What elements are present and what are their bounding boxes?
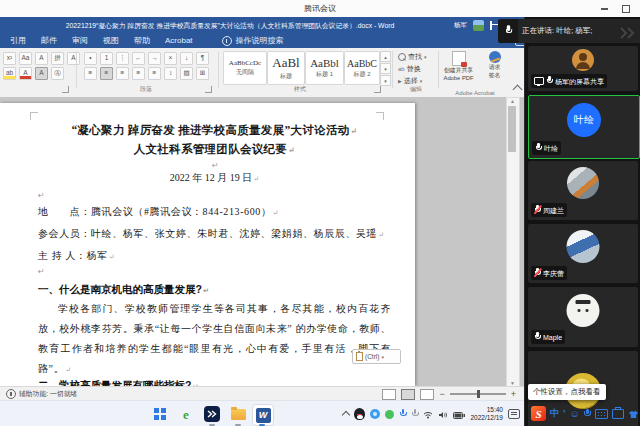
input-mode-toggle[interactable]: 中 — [550, 409, 559, 418]
style-heading2[interactable]: AaBbC 标题 2 — [344, 51, 380, 85]
text-effects-icon[interactable] — [35, 52, 48, 65]
change-case-icon[interactable] — [19, 52, 32, 65]
tab-view[interactable]: 视图 — [103, 35, 119, 46]
tell-me-search[interactable]: 操作说明搜索 — [222, 35, 284, 46]
volume-icon[interactable] — [438, 405, 448, 423]
browser-tray-icon[interactable] — [370, 409, 380, 419]
styles-gallery-scroll — [380, 51, 391, 86]
styles-group-label: 样式 — [250, 85, 350, 94]
participant-tile[interactable]: 周建兰 — [528, 161, 638, 220]
accessibility-icon — [6, 389, 16, 399]
zoom-slider-thumb[interactable] — [477, 390, 480, 398]
justify-icon[interactable] — [132, 67, 145, 80]
create-share-pdf-button[interactable]: 创建并共享 Adobe PDF — [442, 51, 475, 89]
tencent-meeting-icon — [204, 406, 220, 422]
tab-mailings[interactable]: 邮件 — [41, 35, 57, 46]
line-spacing-icon[interactable] — [164, 67, 177, 80]
align-left-icon[interactable] — [84, 67, 97, 80]
paste-options-button[interactable]: (Ctrl) — [352, 349, 401, 364]
punctuation-icon[interactable] — [563, 409, 566, 418]
multilevel-list-icon[interactable] — [116, 52, 129, 65]
decrease-indent-icon[interactable] — [132, 52, 145, 65]
start-button[interactable] — [150, 404, 170, 424]
tray-overflow-icon[interactable] — [342, 411, 350, 419]
align-center-icon[interactable] — [100, 67, 113, 80]
increase-indent-icon[interactable] — [148, 52, 161, 65]
audio-device-tray-icon[interactable] — [411, 409, 418, 419]
taskbar-explorer-button[interactable] — [228, 404, 248, 424]
taskbar-meeting-button[interactable] — [202, 404, 222, 424]
request-signature-button[interactable]: 请求 签名 — [478, 51, 511, 89]
align-right-icon[interactable] — [116, 67, 129, 80]
show-marks-icon[interactable] — [196, 52, 209, 65]
taskbar-browser-button[interactable]: e — [176, 404, 196, 424]
zoom-in-button[interactable] — [511, 390, 516, 399]
skin-icon[interactable] — [628, 405, 639, 423]
wifi-icon[interactable] — [423, 405, 433, 423]
zoom-out-button[interactable] — [439, 390, 444, 399]
collapse-ribbon-icon[interactable] — [513, 85, 523, 95]
ribbon-display-options-icon[interactable] — [490, 22, 492, 29]
clock-time: 15:40 — [487, 406, 503, 414]
emoji-icon[interactable] — [570, 409, 580, 419]
character-border-icon[interactable] — [67, 52, 80, 65]
app-minimize-button[interactable] — [596, 4, 612, 14]
participant-tile-screenshare[interactable]: 杨军的屏幕共享 — [528, 46, 638, 91]
participant-tile[interactable]: 李庆蕾 — [528, 224, 638, 283]
word-document-title: 20221219“凝心聚力 踔厉奋发 推进学校高质量发展”大讨论活动（人文社科系… — [30, 21, 430, 31]
qq-tray-icon[interactable] — [354, 408, 365, 420]
styles-more-icon[interactable] — [380, 75, 391, 86]
phonetic-guide-icon[interactable] — [51, 52, 64, 65]
superscript-icon[interactable] — [3, 52, 16, 65]
tab-help[interactable]: 帮助 — [134, 35, 150, 46]
soft-keyboard-icon[interactable] — [595, 409, 608, 419]
web-layout-icon[interactable] — [420, 389, 434, 400]
find-button[interactable]: 查找 — [398, 52, 427, 62]
replace-button[interactable]: 替换 — [398, 64, 421, 74]
tab-review[interactable]: 审阅 — [72, 35, 88, 46]
character-shading-icon[interactable] — [35, 67, 48, 80]
styles-scroll-down-icon[interactable] — [380, 63, 391, 74]
tab-acrobat[interactable]: Acrobat — [165, 36, 193, 45]
style-no-spacing[interactable]: AaBbCcDc 无间隔 — [223, 51, 267, 85]
toolbox-icon[interactable] — [612, 409, 624, 419]
styles-scroll-up-icon[interactable] — [380, 51, 391, 62]
read-mode-icon[interactable] — [382, 389, 396, 400]
speaking-indicator-banner: 正在讲话: 叶绘; 杨军; — [498, 19, 640, 43]
battery-icon[interactable] — [453, 405, 465, 423]
vertical-scrollbar[interactable] — [506, 97, 520, 386]
taskbar-clock[interactable]: 15:40 2022/12/19 — [470, 406, 503, 422]
highlight-color-icon[interactable] — [3, 67, 16, 80]
sort-icon[interactable] — [180, 52, 193, 65]
participant-tile[interactable]: 叶绘 叶绘 — [528, 95, 640, 159]
document-page[interactable]: “凝心聚力 踔厉奋发 推进学校高质量发展”大讨论活动 人文社科系管理团队会议纪要… — [0, 103, 415, 386]
scrollbar-thumb[interactable] — [508, 106, 516, 152]
doc-heading-2: 二、学校高质量发展有哪些指标? — [38, 379, 391, 386]
distribute-icon[interactable] — [148, 67, 161, 80]
shading-icon[interactable] — [180, 67, 193, 80]
sogou-logo[interactable]: S — [531, 406, 546, 421]
asian-layout-icon[interactable] — [164, 52, 177, 65]
borders-icon[interactable] — [196, 67, 209, 80]
paragraph-dialog-launcher[interactable] — [205, 86, 212, 93]
participant-tile[interactable]: Maple — [528, 287, 638, 347]
styles-dialog-launcher[interactable] — [374, 86, 381, 93]
style-heading1[interactable]: AaBbl 标题 1 — [305, 51, 344, 85]
zoom-slider[interactable] — [450, 393, 506, 395]
style-title[interactable]: AaBl 标题 — [267, 51, 305, 85]
bullets-icon[interactable] — [84, 52, 97, 65]
app-restore-button[interactable] — [618, 4, 634, 14]
voice-input-icon[interactable] — [584, 409, 591, 419]
scroll-up-icon[interactable] — [509, 99, 516, 104]
microphone-tray-icon[interactable] — [399, 409, 406, 419]
print-layout-icon[interactable] — [401, 389, 415, 400]
taskbar-word-button[interactable]: W — [252, 404, 274, 426]
tab-references[interactable]: 引用 — [10, 35, 26, 46]
font-dialog-launcher[interactable] — [62, 86, 69, 93]
wechat-tray-icon[interactable] — [385, 410, 394, 419]
enclose-characters-icon[interactable] — [51, 67, 64, 80]
font-color-icon[interactable] — [19, 67, 32, 80]
notification-center-icon[interactable] — [508, 409, 520, 419]
numbering-icon[interactable] — [100, 52, 113, 65]
account-avatar[interactable] — [473, 20, 484, 31]
